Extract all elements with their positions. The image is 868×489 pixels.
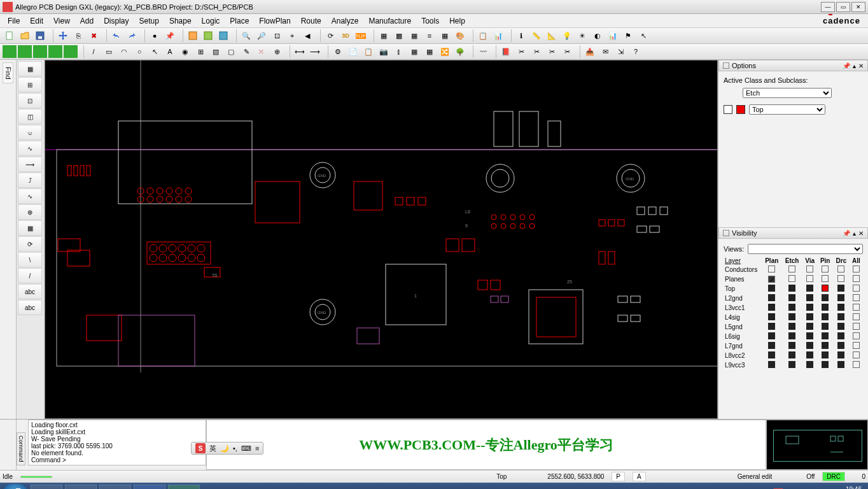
report-icon[interactable]: 📄 — [346, 45, 360, 58]
select-icon[interactable]: ↖ — [148, 45, 162, 58]
ime-moon-icon[interactable]: 🌙 — [220, 444, 229, 453]
tray-clock[interactable]: 19:46 2012/7/4 — [837, 486, 862, 489]
break-icon[interactable]: ⛌ — [255, 45, 269, 58]
green-2-icon[interactable] — [18, 45, 32, 58]
highlight-icon[interactable]: 💡 — [560, 29, 574, 42]
ime-sogou-icon[interactable]: S — [195, 443, 206, 453]
side-tool-6[interactable]: ∿ — [18, 141, 42, 156]
ruler-icon[interactable]: 📏 — [529, 29, 543, 42]
camera-icon[interactable]: 📷 — [377, 45, 391, 58]
swap-icon[interactable]: 🔀 — [438, 45, 452, 58]
menu-shape[interactable]: Shape — [164, 15, 197, 27]
green-1-icon[interactable] — [3, 45, 17, 58]
cut2-icon[interactable]: ✂ — [529, 45, 543, 58]
side-tool-2[interactable]: ⊞ — [18, 77, 42, 92]
new-icon[interactable] — [3, 29, 17, 42]
menu-display[interactable]: Display — [99, 15, 134, 27]
pin-icon[interactable]: 📌 — [843, 230, 850, 237]
tech-icon[interactable]: 📋 — [361, 45, 375, 58]
export-icon[interactable]: ⇲ — [613, 45, 627, 58]
dim-h-icon[interactable]: ⟷ — [293, 45, 307, 58]
palette-a-icon[interactable]: ▩ — [392, 29, 406, 42]
side-tool-10[interactable]: ⊕ — [18, 204, 42, 220]
undo-icon[interactable] — [109, 29, 123, 42]
via-icon[interactable]: ◉ — [178, 45, 192, 58]
side-tool-13[interactable]: \ — [18, 252, 42, 267]
zoom-out-icon[interactable]: 🔎 — [255, 29, 269, 42]
menu-logic[interactable]: Logic — [197, 15, 225, 27]
side-tool-4[interactable]: ◫ — [18, 109, 42, 124]
menu-route[interactable]: Route — [296, 15, 326, 27]
ime-punct-icon[interactable]: •, — [233, 444, 237, 452]
chip-icon[interactable]: ▦ — [407, 45, 421, 58]
zoom-window-icon[interactable]: ⌖ — [285, 29, 299, 42]
text-icon[interactable]: A — [163, 45, 177, 58]
task-allegro[interactable]: 🟥 — [168, 485, 200, 489]
menu-add[interactable]: Add — [75, 15, 99, 27]
bars-icon[interactable]: 📊 — [606, 29, 620, 42]
maximize-button[interactable]: ▭ — [836, 2, 850, 12]
zoom-prev-icon[interactable]: ◀ — [300, 29, 314, 42]
class-dropdown[interactable]: Etch — [743, 88, 832, 98]
pin-icon[interactable]: 📌 — [843, 62, 850, 69]
palette-b-icon[interactable]: ▦ — [407, 29, 421, 42]
col-all[interactable]: All — [850, 257, 863, 265]
cut4-icon[interactable]: ✂ — [560, 45, 574, 58]
menu-tools[interactable]: Tools — [416, 15, 444, 27]
move-icon[interactable] — [56, 29, 70, 42]
side-tool-5[interactable]: ⟒ — [18, 125, 42, 140]
help-icon[interactable]: ? — [629, 45, 643, 58]
task-browser[interactable]: 🌐 — [65, 485, 97, 489]
zoom-fit-icon[interactable]: ⊡ — [270, 29, 284, 42]
line-icon[interactable]: / — [87, 45, 101, 58]
redo-icon[interactable] — [125, 29, 139, 42]
menu-help[interactable]: Help — [444, 15, 470, 27]
find-tab[interactable]: Find — [3, 62, 13, 83]
side-tool-12[interactable]: ⟳ — [18, 236, 42, 252]
place-icon[interactable]: 📥 — [583, 45, 597, 58]
dfa-icon[interactable]: 📊 — [491, 29, 505, 42]
edit-icon[interactable]: ✎ — [239, 45, 253, 58]
dim-icon[interactable]: ◐ — [591, 29, 605, 42]
col-etch[interactable]: Etch — [782, 257, 802, 265]
side-tool-8[interactable]: ⤴ — [18, 173, 42, 188]
minimize-button[interactable]: — — [821, 2, 835, 12]
green-4-icon[interactable] — [48, 45, 62, 58]
cut1-icon[interactable]: ✂ — [514, 45, 528, 58]
layers-icon[interactable]: ≡ — [423, 29, 437, 42]
merge-icon[interactable]: ⊕ — [270, 45, 284, 58]
grid-c-icon[interactable] — [216, 29, 230, 42]
ime-toolbar[interactable]: S 英 🌙 •, ⌨ ≡ — [191, 442, 263, 455]
copy-icon[interactable]: ⎘ — [71, 29, 85, 42]
mail-icon[interactable]: ✉ — [598, 45, 612, 58]
side-tool-7[interactable]: ⟿ — [18, 157, 42, 172]
visibility-panel-header[interactable]: Visibility 📌▴✕ — [718, 227, 868, 239]
module-icon[interactable]: ▦ — [423, 45, 437, 58]
refresh-icon[interactable]: ⟳ — [323, 29, 337, 42]
info-icon[interactable]: ℹ — [514, 29, 528, 42]
flip-icon[interactable]: FLIP — [354, 29, 368, 42]
save-icon[interactable] — [33, 29, 47, 42]
ime-keyboard-icon[interactable]: ⌨ — [241, 444, 251, 453]
dock-up-icon[interactable]: ▴ — [853, 230, 856, 237]
visibility-toggle[interactable] — [724, 105, 732, 114]
menu-place[interactable]: Place — [225, 15, 254, 27]
ime-menu-icon[interactable]: ≡ — [255, 444, 259, 452]
drc-icon[interactable]: ⚙ — [331, 45, 345, 58]
circle-icon[interactable]: ○ — [132, 45, 146, 58]
grid-b-icon[interactable] — [201, 29, 215, 42]
sun-icon[interactable]: ☀ — [575, 29, 589, 42]
color-grid-icon[interactable]: ▦ — [438, 29, 452, 42]
panel-close-icon[interactable]: ✕ — [858, 230, 864, 237]
side-tool-15[interactable]: abc — [18, 284, 42, 299]
3d-icon[interactable]: 3D — [339, 29, 353, 42]
subclass-color-swatch[interactable] — [736, 105, 745, 114]
book-icon[interactable]: 📕 — [499, 45, 513, 58]
status-drc[interactable]: DRC — [822, 472, 845, 481]
panel-close-icon[interactable]: ✕ — [858, 62, 864, 69]
col-pin[interactable]: Pin — [817, 257, 833, 265]
res-icon[interactable]: ⫿ — [392, 45, 406, 58]
dock-up-icon[interactable]: ▴ — [853, 62, 856, 69]
col-plan[interactable]: Plan — [762, 257, 782, 265]
flag-icon[interactable]: ⚑ — [621, 29, 635, 42]
